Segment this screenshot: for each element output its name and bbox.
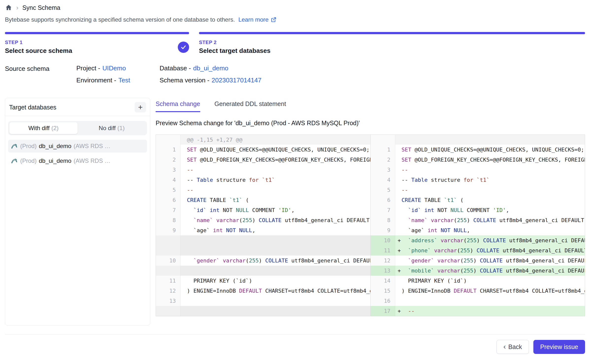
code-line: -- bbox=[395, 185, 585, 195]
code-line: @@ -1,15 +1,27 @@ bbox=[180, 135, 370, 145]
field-database: Database -db_ui_demo bbox=[160, 64, 262, 72]
line-number: 7 bbox=[156, 205, 180, 215]
code-line: `age` int NOT NULL, bbox=[395, 225, 585, 235]
home-icon[interactable] bbox=[5, 4, 12, 11]
intro-line: Bytebase supports synchronizing a specif… bbox=[5, 16, 585, 23]
step-1-label: Select source schema bbox=[5, 47, 189, 55]
schema-version-link[interactable]: 20230317014147 bbox=[212, 76, 261, 84]
line-number: 5 bbox=[156, 185, 180, 195]
target-database-item[interactable]: (Prod)db_ui_demo(AWS RDS MySQL Prod) bbox=[8, 140, 147, 152]
code-line bbox=[180, 296, 370, 306]
diff-filter-tab[interactable]: With diff(2) bbox=[9, 122, 78, 134]
field-schema-version: Schema version -20230317014147 bbox=[160, 76, 262, 84]
diff-code-row: 2SET @OLD_FOREIGN_KEY_CHECKS=@@FOREIGN_K… bbox=[156, 155, 370, 165]
line-number: 13 bbox=[371, 266, 395, 276]
line-number bbox=[371, 135, 395, 145]
diff-code-row: 15) ENGINE=InnoDB DEFAULT CHARSET=utf8mb… bbox=[371, 286, 585, 296]
back-button[interactable]: ‹ Back bbox=[496, 340, 529, 354]
target-databases-title: Target databases bbox=[9, 104, 56, 111]
line-number: 2 bbox=[371, 155, 395, 165]
mysql-icon bbox=[11, 157, 18, 165]
database-link[interactable]: db_ui_demo bbox=[193, 64, 228, 72]
line-number: 1 bbox=[156, 145, 180, 155]
chevron-left-icon: ‹ bbox=[503, 343, 506, 350]
diff-pane-source: @@ -1,15 +1,27 @@1SET @OLD_UNIQUE_CHECKS… bbox=[156, 135, 370, 316]
line-number bbox=[156, 235, 180, 245]
line-number bbox=[156, 306, 180, 316]
diff-code-row: 13+ `mobile` varchar(255) COLLATE utf8mb… bbox=[371, 266, 585, 276]
preview-panel: Schema changeGenerated DDL statement Pre… bbox=[156, 98, 585, 316]
code-line: PRIMARY KEY (`id`) bbox=[180, 276, 370, 286]
diff-gap-row bbox=[156, 266, 370, 276]
diff-code-row: 3-- bbox=[156, 165, 370, 175]
footer-actions: ‹ Back Preview issue bbox=[5, 334, 585, 359]
code-line: `name` varchar(255) COLLATE utf8mb4_gene… bbox=[180, 215, 370, 225]
code-line: ) ENGINE=InnoDB DEFAULT CHARSET=utf8mb4 … bbox=[180, 286, 370, 296]
code-line: PRIMARY KEY (`id`) bbox=[395, 276, 585, 286]
code-line: + -- bbox=[395, 306, 585, 316]
line-number: 8 bbox=[156, 215, 180, 225]
code-line: `id` int NOT NULL COMMENT 'ID', bbox=[395, 205, 585, 215]
line-number: 17 bbox=[371, 306, 395, 316]
line-number: 6 bbox=[156, 195, 180, 205]
code-line bbox=[395, 296, 585, 306]
intro-text: Bytebase supports synchronizing a specif… bbox=[5, 16, 235, 23]
code-line bbox=[180, 266, 370, 276]
diff-code-row: 9 `age` int NOT NULL, bbox=[156, 225, 370, 235]
diff-code-row: 8 `name` varchar(255) COLLATE utf8mb4_ge… bbox=[156, 215, 370, 225]
code-line: -- bbox=[395, 165, 585, 175]
code-line: SET @OLD_UNIQUE_CHECKS=@@UNIQUE_CHECKS, … bbox=[395, 145, 585, 155]
line-number: 13 bbox=[156, 296, 180, 306]
step-1-eyebrow: STEP 1 bbox=[5, 40, 189, 45]
environment-link[interactable]: Test bbox=[118, 76, 130, 84]
code-line: -- Table structure for `t1` bbox=[180, 175, 370, 185]
step-2-label: Select target databases bbox=[199, 47, 585, 55]
line-number: 5 bbox=[371, 185, 395, 195]
line-number: 11 bbox=[371, 245, 395, 256]
line-number: 9 bbox=[371, 225, 395, 235]
step-2: STEP 2 Select target databases bbox=[199, 32, 585, 55]
code-line: SET @OLD_UNIQUE_CHECKS=@@UNIQUE_CHECKS, … bbox=[180, 145, 370, 155]
code-line bbox=[395, 135, 585, 145]
line-number: 10 bbox=[371, 235, 395, 245]
diff-code-row: 9 `age` int NOT NULL, bbox=[371, 225, 585, 235]
line-number: 11 bbox=[156, 276, 180, 286]
line-number: 6 bbox=[371, 195, 395, 205]
line-number: 9 bbox=[156, 225, 180, 235]
diff-code-row: 1SET @OLD_UNIQUE_CHECKS=@@UNIQUE_CHECKS,… bbox=[371, 145, 585, 155]
diff-gap-row bbox=[156, 235, 370, 245]
diff-code-row: 7 `id` int NOT NULL COMMENT 'ID', bbox=[156, 205, 370, 215]
diff-code-row: 3-- bbox=[371, 165, 585, 175]
project-link[interactable]: UIDemo bbox=[102, 64, 126, 72]
source-schema: Source schema Project -UIDemo Database -… bbox=[5, 64, 585, 84]
schema-diff-view: @@ -1,15 +1,27 @@1SET @OLD_UNIQUE_CHECKS… bbox=[156, 135, 585, 316]
step-1-progress-bar bbox=[5, 32, 189, 34]
page-title: Sync Schema bbox=[22, 4, 60, 11]
diff-code-row: 4-- Table structure for `t1` bbox=[371, 175, 585, 185]
field-project: Project -UIDemo bbox=[76, 64, 160, 72]
code-line: `id` int NOT NULL COMMENT 'ID', bbox=[180, 205, 370, 215]
code-line: `gender` varchar(255) COLLATE utf8mb4_ge… bbox=[395, 256, 585, 266]
added-line-marker: + bbox=[398, 235, 401, 245]
preview-tab[interactable]: Generated DDL statement bbox=[214, 100, 286, 112]
target-database-item[interactable]: (Prod)db_ui_demo(AWS RDS MySQL Prod) bbox=[8, 154, 147, 167]
line-number: 15 bbox=[371, 286, 395, 296]
preview-tab[interactable]: Schema change bbox=[156, 100, 200, 112]
diff-code-row: 1SET @OLD_UNIQUE_CHECKS=@@UNIQUE_CHECKS,… bbox=[156, 145, 370, 155]
add-target-database-button[interactable]: + bbox=[135, 102, 146, 112]
diff-code-row: 5-- bbox=[371, 185, 585, 195]
line-number: 8 bbox=[371, 215, 395, 225]
line-number: 3 bbox=[371, 165, 395, 175]
breadcrumb-chevron-icon: › bbox=[16, 4, 18, 11]
learn-more-link[interactable]: Learn more bbox=[238, 16, 277, 23]
diff-code-row: 5-- bbox=[156, 185, 370, 195]
diff-code-row: 16 bbox=[371, 296, 585, 306]
target-database-list: (Prod)db_ui_demo(AWS RDS MySQL Prod)(Pro… bbox=[8, 140, 147, 167]
breadcrumb: › Sync Schema bbox=[5, 3, 585, 12]
step-1: STEP 1 Select source schema bbox=[5, 32, 189, 55]
diff-code-row: 11+ `phone` varchar(255) COLLATE utf8mb4… bbox=[371, 245, 585, 256]
preview-issue-button[interactable]: Preview issue bbox=[533, 340, 585, 354]
diff-filter-tab[interactable]: No diff(1) bbox=[78, 122, 146, 134]
step-complete-icon bbox=[178, 42, 189, 53]
target-databases-panel: Target databases + With diff(2)No diff(1… bbox=[5, 98, 150, 325]
